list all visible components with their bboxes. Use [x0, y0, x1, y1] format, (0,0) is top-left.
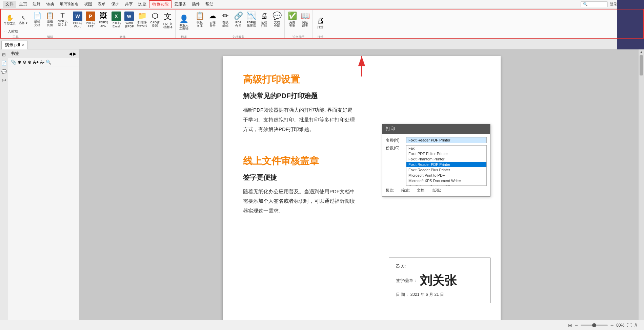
printer-list[interactable]: Fax Foxit PDF Editor Printer Foxit Phant… [406, 145, 487, 186]
sidebar-tool-1[interactable]: 📎 [11, 60, 16, 65]
section2-body: 随着无纸化办公应用普及。当遇到使用PDF文档中需要添加个人签名或者标识时，可以通… [243, 187, 392, 216]
pro-translate-btn[interactable]: 👤 专业人工翻译 [177, 14, 190, 31]
pdf-to-jpg-btn[interactable]: 🖼 PDF转JPG [97, 11, 109, 28]
sidebar-content [8, 66, 79, 330]
tag-icon[interactable]: 🏷 [2, 78, 6, 83]
scan-to-word-btn[interactable]: 📁 扫描件转Word [136, 11, 148, 28]
menu-item-special[interactable]: 特色功能 [149, 0, 172, 8]
print-dialog-body: 名称(N): 份数(C): Fax Foxit PDF Editor Print… [382, 134, 490, 196]
thumbnail-icon[interactable]: ⊞ [2, 52, 6, 57]
section1-subtitle: 解决常见的PDF打印难题 [243, 91, 480, 101]
zoom-plus-btn[interactable]: − [610, 322, 613, 328]
printer-option-ms-pdf[interactable]: Microsoft Print to PDF [406, 173, 486, 178]
printer-option-fax[interactable]: Fax [406, 146, 486, 151]
cad-converter-btn[interactable]: ⬡ CAD转换器 [149, 11, 161, 28]
fullscreen-btn[interactable]: ⛶ [627, 323, 632, 328]
printer-option-foxit-plus[interactable]: Foxit Reader Plus Printer [406, 167, 486, 173]
red-arrow [351, 53, 372, 81]
ribbon-group-paper: ✅ 免费查重 📖 阅读调查 论文助手 [285, 10, 313, 39]
pdf-page: 高级打印设置 解决常见的PDF打印难题 福昕PDF阅读器拥有强大的打印功能, 界… [223, 56, 501, 330]
print-dialog: 打印 名称(N): 份数(C): Fax Foxit PDF Editor Pr… [382, 124, 490, 197]
sidebar-tool-4[interactable]: ⊕ [28, 60, 32, 65]
remote-print-btn[interactable]: 🖨 远程打印 [258, 11, 270, 28]
print-dialog-title: 打印 [382, 124, 490, 134]
login-btn[interactable]: 登录 [610, 2, 617, 7]
printer-option-onenote[interactable]: OneNote for Windows 10 [406, 183, 486, 186]
tab-close-btn[interactable]: ✕ [21, 43, 24, 47]
word-to-pdf-btn[interactable]: W Word转PDF [123, 11, 135, 29]
printer-option-ms-xps[interactable]: Microsoft XPS Document Writer [406, 178, 486, 183]
pdf-to-excel-btn[interactable]: X PDF转Excel [110, 11, 122, 29]
read-survey-btn[interactable]: 📖 阅读调查 [299, 11, 311, 28]
menu-item-protect[interactable]: 保护 [108, 1, 122, 8]
ribbon: ✋ 手型工具 ↖ 选择 ▾ ↔ 入缩放 工具 📄 编辑文档 [0, 9, 644, 39]
zoom-thumb[interactable] [592, 323, 596, 327]
doc-meeting-btn[interactable]: 💬 文档会议 [271, 11, 283, 28]
pdf-to-ppt-btn[interactable]: P PDF转PPT [84, 11, 97, 29]
page-icon[interactable]: 📄 [1, 61, 7, 66]
sidebar-close-btn[interactable]: ▶ [73, 51, 76, 56]
sig-party-label: 乙 方: [396, 263, 483, 269]
zoom-slider[interactable] [581, 325, 608, 326]
sidebar-toolbar: 📎 ⊕ ⊖ ⊕ A+ A- 🔍 [8, 58, 79, 66]
sidebar-font-decrease[interactable]: A- [40, 60, 44, 65]
menu-item-share[interactable]: 共享 [122, 1, 136, 8]
section1-body: 福昕PDF阅读器拥有强大的打印功能, 界面友好易于学习。支持虚拟打印、批量打印等… [243, 105, 392, 134]
printer-option-foxit-reader[interactable]: Foxit Reader PDF Printer [406, 162, 486, 167]
sidebar-tool-3[interactable]: ⊖ [23, 60, 26, 65]
comment-icon[interactable]: 💬 [1, 69, 7, 74]
pdf-merge-btn[interactable]: 🔗 PDF合并 [232, 11, 244, 28]
printer-option-foxit-phantom[interactable]: Foxit Phantom Printer [406, 156, 486, 162]
scroll-thumb[interactable] [640, 55, 643, 75]
template-lib-btn[interactable]: 📋 模板文库 [194, 11, 206, 28]
menu-bar: 文件 主页 注释 转换 填写&签名 视图 表单 保护 共享 浏览 特色功能 云服… [0, 0, 644, 9]
online-edit-btn[interactable]: ✏ 在线编辑 [219, 11, 232, 28]
ribbon-group-tools: ✋ 手型工具 ↖ 选择 ▾ ↔ 入缩放 工具 [1, 10, 30, 39]
ribbon-group-docservices: 📋 模板文库 ☁ 云端备份 ✏ 在线编辑 🔗 PDF合并 📉 PDF在 [192, 10, 285, 39]
menu-item-home[interactable]: 主页 [16, 1, 30, 8]
menu-item-cloud[interactable]: 云服务 [172, 1, 189, 8]
printer-option-foxit-editor[interactable]: Foxit PDF Editor Printer [406, 151, 486, 156]
menu-item-help[interactable]: 帮助 [203, 1, 216, 8]
printer-name-input[interactable] [406, 137, 487, 143]
menu-item-comment[interactable]: 注释 [30, 1, 43, 8]
sidebar-title: 书签 [11, 51, 19, 57]
right-scrollbar[interactable]: ▲ ▼ [639, 49, 644, 330]
pdf-compress-btn[interactable]: 📉 PDF在线压缩 [245, 11, 257, 28]
hand-tool-btn[interactable]: ✋ 手型工具 [3, 14, 17, 26]
sidebar-collapse-btn[interactable]: ◀ [69, 51, 72, 56]
bottom-bar: ⊞ − − 80% ⛶ // [0, 320, 644, 330]
signature-box: 乙 方: 签字/盖章： 刘关张 日 期： 2021 年 6 月 21 日 [389, 258, 490, 303]
grid-view-btn[interactable]: // [635, 323, 637, 328]
menu-item-fillsign[interactable]: 填写&签名 [57, 1, 81, 8]
left-mini-bar: ⊞ 📄 💬 🏷 [0, 49, 8, 330]
expand-icon[interactable]: ⊞ [568, 323, 572, 328]
sidebar-font-increase[interactable]: A+ [33, 60, 39, 65]
ribbon-group-print: 🖨 打赏 打赏 [313, 10, 328, 39]
menu-item-plugin[interactable]: 插件 [189, 1, 203, 8]
sidebar-search[interactable]: 🔍 [46, 60, 51, 65]
tab-bar: 演示.pdf ✕ PDF编辑器 ☁ 🔄 [0, 39, 644, 49]
menu-item-view[interactable]: 视图 [81, 1, 95, 8]
edit-doc-btn[interactable]: 📄 编辑文档 [32, 11, 43, 28]
ribbon-group-translate: 👤 专业人工翻译 翻译 [176, 10, 192, 39]
edit-page-btn[interactable]: 📋 编辑页面 [44, 11, 56, 28]
ocr-btn[interactable]: T OCR识别文本 [57, 11, 68, 27]
print-tool-btn[interactable]: 🖨 打赏 [314, 16, 326, 30]
scroll-up-btn[interactable]: ▲ [640, 50, 643, 54]
pdf-to-word-btn[interactable]: W PDF转Word [72, 11, 84, 29]
sidebar-tool-2[interactable]: ⊕ [18, 60, 21, 65]
menu-item-form[interactable]: 表单 [95, 1, 108, 8]
sig-date: 日 期： 2021 年 6 月 21 日 [396, 292, 483, 298]
demo-pdf-tab[interactable]: 演示.pdf ✕ [1, 41, 28, 49]
free-check-btn[interactable]: ✅ 免费查重 [286, 11, 298, 28]
crop-tool-btn[interactable]: ↔ 入缩放 [3, 29, 28, 34]
menu-item-browse[interactable]: 浏览 [136, 1, 149, 8]
zoom-minus-btn[interactable]: − [575, 322, 578, 328]
menu-item-file[interactable]: 文件 [3, 1, 16, 8]
select-tool-btn[interactable]: ↖ 选择 ▾ [18, 14, 28, 26]
pdf-translator-btn[interactable]: 文 PDF文档翻译 [162, 11, 174, 30]
menu-item-convert[interactable]: 转换 [43, 1, 57, 8]
pdf-area: 高级打印设置 解决常见的PDF打印难题 福昕PDF阅读器拥有强大的打印功能, 界… [79, 49, 644, 330]
cloud-backup-btn[interactable]: ☁ 云端备份 [206, 11, 219, 28]
